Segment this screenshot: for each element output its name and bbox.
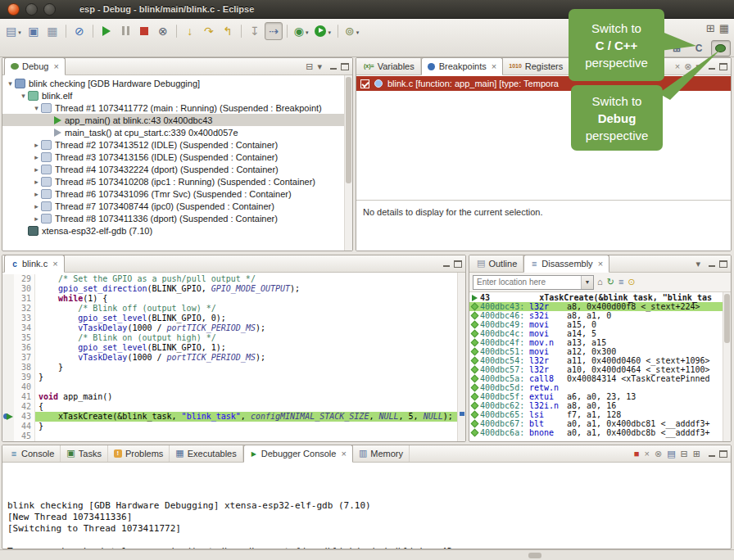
code-line[interactable]: 30 gpio_set_direction(BLINK_GPIO, GPIO_M… xyxy=(2,284,457,294)
window-maximize-button[interactable] xyxy=(43,3,56,16)
line-marker-gutter[interactable] xyxy=(2,304,14,314)
view-toolbar-icon[interactable]: ⊟ xyxy=(306,62,313,71)
disassembly-scrollbar[interactable] xyxy=(723,292,731,441)
tab[interactable]: Disassembly xyxy=(523,255,609,273)
debugger-console-output[interactable]: blink checking [GDB Hardware Debugging] … xyxy=(2,463,731,549)
debug-tree-item[interactable]: ▸ Thread #3 1073413156 (IDLE) (Suspended… xyxy=(2,151,344,163)
tab[interactable]: Debugger Console xyxy=(243,445,353,463)
debug-tree-item[interactable]: ▸ Thread #7 1073408744 (ipc0) (Suspended… xyxy=(2,200,344,212)
toolbar-button[interactable] xyxy=(287,25,288,38)
dropdown-caret-icon[interactable] xyxy=(306,26,309,36)
dropdown-caret-icon[interactable] xyxy=(18,26,21,36)
console-toolbar-icon[interactable]: ■ xyxy=(634,449,640,458)
disassembly-row[interactable]: 400dbc6a: bnone a0, a1, 0x400dbc8b <__ad… xyxy=(469,428,723,437)
maximize-view-icon[interactable] xyxy=(341,63,349,70)
console-toolbar-icon[interactable]: ▤ xyxy=(667,449,675,458)
code-line[interactable]: 32 /* Blink off (output low) */ xyxy=(2,304,457,314)
tab-close-icon[interactable] xyxy=(598,260,603,269)
disassembly-listing[interactable]: 43 xTaskCreate(&blink_task, "blink_tas 4… xyxy=(469,292,723,441)
toolbar-button[interactable] xyxy=(241,25,242,38)
minimize-view-icon[interactable] xyxy=(442,260,451,268)
code-line[interactable]: 29 /* Set the GPIO as a push/pull output… xyxy=(2,274,457,284)
tab[interactable]: Console xyxy=(4,445,61,462)
horizontal-scrollbar-thumb[interactable] xyxy=(528,553,541,558)
debug-tree-item[interactable]: main_task() at cpu_start.c:339 0x400d057… xyxy=(2,126,344,138)
code-text[interactable]: gpio_set_direction(BLINK_GPIO, GPIO_MODE… xyxy=(35,284,457,294)
toolbar-right-icon[interactable]: ⊞ xyxy=(706,23,715,34)
code-line[interactable]: 44 } xyxy=(2,422,457,431)
instruction-marker[interactable] xyxy=(469,412,480,418)
toolbar-button[interactable]: ⇢ xyxy=(265,22,283,40)
disassembly-row[interactable]: 400dbc57: l32r a10, 0x400d0464 <_stext+1… xyxy=(469,365,723,374)
debug-tree-item[interactable]: app_main() at blink.c:43 0x400dbc43 xyxy=(2,114,344,126)
tab[interactable]: Executables xyxy=(170,445,242,462)
tab-close-icon[interactable] xyxy=(53,62,58,71)
toolbar-button[interactable]: ↓ xyxy=(181,22,199,40)
disassembly-row[interactable]: 400dbc4c: movi a14, 5 xyxy=(469,329,723,338)
line-marker-gutter[interactable] xyxy=(2,392,14,402)
instruction-marker[interactable] xyxy=(469,430,480,436)
disassembly-row[interactable]: 400dbc5a: call8 0x40084314 <xTaskCreateP… xyxy=(469,374,723,383)
tab[interactable]: (x)= Variables xyxy=(358,57,421,75)
tree-expander-icon[interactable]: ▾ xyxy=(6,79,15,88)
window-close-button[interactable] xyxy=(7,3,20,16)
line-marker-gutter[interactable] xyxy=(2,284,14,294)
instruction-marker[interactable] xyxy=(469,376,480,382)
line-marker-gutter[interactable] xyxy=(2,412,14,422)
console-toolbar-icon[interactable]: × xyxy=(645,449,650,458)
location-combo[interactable]: ▼ xyxy=(473,275,594,290)
code-line[interactable]: 42 { xyxy=(2,402,457,412)
code-text[interactable] xyxy=(35,431,457,441)
maximize-view-icon[interactable] xyxy=(719,260,727,268)
line-marker-gutter[interactable] xyxy=(2,382,14,392)
code-line[interactable]: 35 /* Blink on (output high) */ xyxy=(2,333,457,343)
code-text[interactable]: /* Blink on (output high) */ xyxy=(35,333,457,343)
disassembly-row[interactable]: 400dbc54: l32r a11, 0x400d0460 <_stext+1… xyxy=(469,356,723,365)
debug-tree-item[interactable]: ▾ blink.elf xyxy=(2,89,344,102)
line-marker-gutter[interactable] xyxy=(2,373,14,382)
line-marker-gutter[interactable] xyxy=(2,274,14,284)
code-text[interactable]: } xyxy=(35,373,457,382)
code-text[interactable]: gpio_set_level(BLINK_GPIO, 0); xyxy=(35,314,457,323)
line-marker-gutter[interactable] xyxy=(2,422,14,431)
code-text[interactable]: while(1) { xyxy=(35,294,457,304)
tree-expander-icon[interactable]: ▸ xyxy=(32,153,41,161)
line-marker-gutter[interactable] xyxy=(2,363,14,373)
view-toolbar-icon[interactable]: ▾ xyxy=(317,62,322,71)
code-text[interactable]: gpio_set_level(BLINK_GPIO, 1); xyxy=(35,343,457,353)
code-line[interactable]: 36 gpio_set_level(BLINK_GPIO, 1); xyxy=(2,343,457,353)
tab[interactable]: Outline xyxy=(471,255,523,272)
tree-expander-icon[interactable]: ▸ xyxy=(32,215,41,223)
debug-tree-item[interactable]: ▸ Thread #2 1073413512 (IDLE) (Suspended… xyxy=(2,138,344,151)
view-toolbar-icon[interactable]: ▾ xyxy=(695,260,700,269)
maximize-view-icon[interactable] xyxy=(454,260,462,268)
maximize-view-icon[interactable] xyxy=(719,450,727,458)
debug-tree-item[interactable]: xtensa-esp32-elf-gdb (7.10) xyxy=(2,224,344,237)
toolbar-button[interactable]: ↷ xyxy=(200,22,218,40)
toolbar-button[interactable]: ▦ xyxy=(43,22,61,40)
code-line[interactable]: 40 xyxy=(2,382,457,392)
line-marker-gutter[interactable] xyxy=(2,431,14,441)
minimize-view-icon[interactable] xyxy=(708,450,716,458)
line-marker-gutter[interactable] xyxy=(2,343,14,353)
tab[interactable]: Problems xyxy=(108,445,170,462)
tab-close-icon[interactable] xyxy=(52,260,57,269)
line-marker-gutter[interactable] xyxy=(2,323,14,333)
code-text[interactable]: vTaskDelay(1000 / portTICK_PERIOD_MS); xyxy=(35,323,457,333)
tab[interactable]: Tasks xyxy=(61,445,108,462)
disassembly-row[interactable]: 400dbc49: movi a15, 0 xyxy=(469,320,723,329)
code-line[interactable]: 37 vTaskDelay(1000 / portTICK_PERIOD_MS)… xyxy=(2,353,457,363)
disassembly-toolbar-icon[interactable]: ↻ xyxy=(607,278,614,287)
toolbar-button[interactable] xyxy=(311,22,333,40)
instruction-marker[interactable] xyxy=(469,322,480,327)
toolbar-button[interactable] xyxy=(116,22,134,40)
code-text[interactable]: { xyxy=(35,402,457,412)
tab[interactable]: 1010 Registers xyxy=(503,57,569,75)
minimize-view-icon[interactable] xyxy=(329,63,338,70)
toolbar-button[interactable]: ⊗ xyxy=(154,22,172,40)
tab-close-icon[interactable] xyxy=(341,449,346,458)
disassembly-toolbar-icon[interactable]: ⊙ xyxy=(628,278,635,287)
tree-expander-icon[interactable]: ▸ xyxy=(32,190,41,198)
disassembly-row[interactable]: 400dbc62: l32i.n a8, a0, 16 xyxy=(469,401,723,410)
line-marker-gutter[interactable] xyxy=(2,402,14,412)
